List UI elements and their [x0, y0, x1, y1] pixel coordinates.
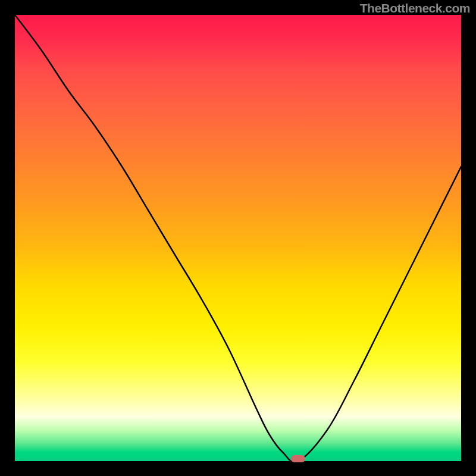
bottleneck-curve	[15, 15, 461, 461]
watermark-text: TheBottleneck.com	[360, 1, 470, 15]
plot-area	[15, 15, 461, 461]
optimum-marker	[291, 455, 305, 462]
chart-container: TheBottleneck.com	[0, 0, 476, 476]
